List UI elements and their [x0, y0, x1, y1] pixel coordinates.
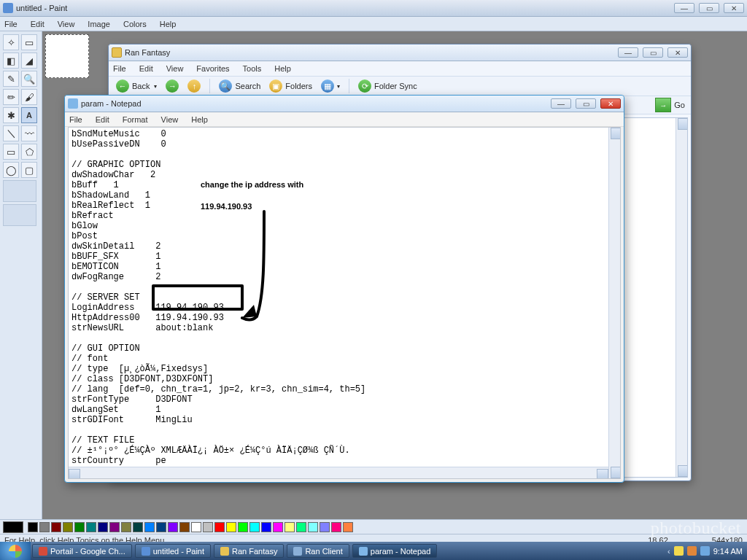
palette-color[interactable]	[273, 522, 283, 532]
taskbar-item[interactable]: Ran Client	[287, 544, 349, 558]
tool-eraser[interactable]: ◧	[3, 52, 19, 69]
palette-color[interactable]	[320, 522, 330, 532]
tool-picker[interactable]: ✎	[3, 71, 19, 87]
palette-color[interactable]	[156, 522, 166, 532]
folders-button[interactable]: ▣Folders	[269, 79, 312, 93]
palette-color[interactable]	[86, 522, 96, 532]
menu-help[interactable]: Help	[191, 115, 208, 124]
paint-menubar[interactable]: FileEditViewImageColorsHelp	[0, 17, 747, 31]
tool-line[interactable]: ＼	[3, 125, 19, 141]
taskbar-item[interactable]: Ran Fantasy	[214, 544, 284, 558]
tool-curve[interactable]: 〰	[21, 125, 37, 141]
menu-help[interactable]: Help	[274, 64, 291, 73]
palette-color[interactable]	[109, 522, 120, 532]
explorer-titlebar[interactable]: Ran Fantasy — ▭ ✕	[109, 44, 691, 61]
menu-file[interactable]: File	[113, 64, 126, 73]
taskbar-item[interactable]: param - Notepad	[352, 544, 438, 558]
notepad-textarea[interactable]: bSndMuteMusic 0 bUsePassiveDN 0 // GRAPH…	[69, 128, 608, 467]
scrollbar-vertical[interactable]	[676, 118, 687, 477]
palette-color[interactable]	[343, 522, 353, 532]
menu-edit[interactable]: Edit	[139, 64, 153, 73]
paint-toolbox[interactable]: ✧ ▭ ◧ ◢ ✎ 🔍 ✏ 🖌 ✱ A ＼ 〰 ▭ ⬠ ◯ ▢	[0, 31, 42, 520]
tool-select[interactable]: ▭	[21, 34, 37, 50]
menu-tools[interactable]: Tools	[243, 64, 262, 73]
menu-colors[interactable]: Colors	[123, 20, 147, 28]
forward-button[interactable]: →	[166, 79, 179, 93]
explorer-menubar[interactable]: FileEditViewFavoritesToolsHelp	[109, 61, 691, 76]
paint-canvas[interactable]	[45, 34, 89, 78]
search-button[interactable]: 🔍Search	[219, 79, 260, 93]
palette-color[interactable]	[214, 522, 225, 532]
scrollbar-vertical[interactable]	[608, 128, 620, 478]
palette-color[interactable]	[261, 522, 271, 532]
maximize-button[interactable]: ▭	[576, 98, 596, 109]
palette-color[interactable]	[249, 522, 260, 532]
notepad-titlebar[interactable]: param - Notepad — ▭ ✕	[65, 96, 624, 112]
minimize-button[interactable]: —	[618, 47, 638, 58]
back-button[interactable]: ←Back▾	[116, 79, 157, 93]
menu-format[interactable]: Format	[123, 115, 148, 124]
tray-icon[interactable]	[674, 546, 684, 556]
tool-opt1[interactable]	[3, 180, 36, 202]
tool-polygon[interactable]: ⬠	[21, 144, 37, 160]
minimize-button[interactable]: —	[551, 98, 571, 109]
menu-view[interactable]: View	[166, 64, 184, 73]
tool-ellipse[interactable]: ◯	[3, 162, 19, 178]
close-button[interactable]: ✕	[667, 47, 688, 58]
palette-color[interactable]	[121, 522, 131, 532]
menu-edit[interactable]: Edit	[96, 115, 109, 124]
menu-edit[interactable]: Edit	[31, 20, 44, 28]
palette-color[interactable]	[179, 522, 190, 532]
tool-rect[interactable]: ▭	[3, 144, 19, 160]
foldersync-button[interactable]: ⟳Folder Sync	[358, 79, 417, 93]
palette-color[interactable]	[203, 522, 213, 532]
menu-image[interactable]: Image	[88, 20, 110, 28]
tool-magnify[interactable]: 🔍	[21, 71, 37, 87]
menu-view[interactable]: View	[161, 115, 179, 124]
palette-color[interactable]	[144, 522, 155, 532]
taskbar[interactable]: Portail - Google Ch...untitled - PaintRa…	[0, 542, 747, 560]
tool-free-select[interactable]: ✧	[3, 34, 19, 50]
up-button[interactable]: ↑	[187, 79, 201, 93]
notepad-window[interactable]: param - Notepad — ▭ ✕ FileEditFormatView…	[64, 95, 624, 483]
taskbar-item[interactable]: untitled - Paint	[135, 544, 211, 558]
palette-color[interactable]	[51, 522, 61, 532]
palette-color[interactable]	[39, 522, 50, 532]
tool-text[interactable]: A	[21, 107, 37, 123]
start-button[interactable]	[0, 542, 31, 560]
color-palette[interactable]	[0, 519, 747, 534]
palette-color[interactable]	[191, 522, 201, 532]
tray-expand-icon[interactable]: ‹	[667, 547, 670, 556]
palette-color[interactable]	[133, 522, 143, 532]
close-button[interactable]: ✕	[724, 3, 744, 13]
palette-color[interactable]	[168, 522, 178, 532]
clock[interactable]: 9:14 AM	[713, 547, 743, 556]
palette-color[interactable]	[28, 522, 38, 532]
close-button[interactable]: ✕	[600, 98, 621, 109]
paint-titlebar[interactable]: untitled - Paint — ▭ ✕	[0, 0, 747, 17]
palette-color[interactable]	[308, 522, 318, 532]
system-tray[interactable]: ‹ 9:14 AM	[663, 546, 747, 556]
scrollbar-horizontal[interactable]	[69, 467, 608, 478]
notepad-menubar[interactable]: FileEditFormatViewHelp	[65, 112, 624, 127]
menu-view[interactable]: View	[58, 20, 75, 28]
palette-color[interactable]	[98, 522, 108, 532]
palette-color[interactable]	[226, 522, 236, 532]
tool-roundrect[interactable]: ▢	[21, 162, 37, 178]
maximize-button[interactable]: ▭	[643, 47, 663, 58]
views-button[interactable]: ▦▾	[321, 79, 340, 93]
tray-icon[interactable]	[687, 546, 697, 556]
tool-brush[interactable]: 🖌	[21, 89, 37, 105]
go-button[interactable]: →	[655, 98, 671, 112]
palette-color[interactable]	[63, 522, 73, 532]
menu-favorites[interactable]: Favorites	[196, 64, 229, 73]
explorer-toolbar[interactable]: ←Back▾ → ↑ 🔍Search ▣Folders ▦▾ ⟳Folder S…	[109, 76, 691, 96]
tool-airbrush[interactable]: ✱	[3, 107, 19, 123]
palette-color[interactable]	[296, 522, 306, 532]
menu-help[interactable]: Help	[160, 20, 177, 28]
taskbar-item[interactable]: Portail - Google Ch...	[32, 544, 132, 558]
tray-icon[interactable]	[700, 546, 710, 556]
tool-opt2[interactable]	[3, 204, 36, 226]
palette-color[interactable]	[285, 522, 295, 532]
maximize-button[interactable]: ▭	[699, 3, 719, 13]
